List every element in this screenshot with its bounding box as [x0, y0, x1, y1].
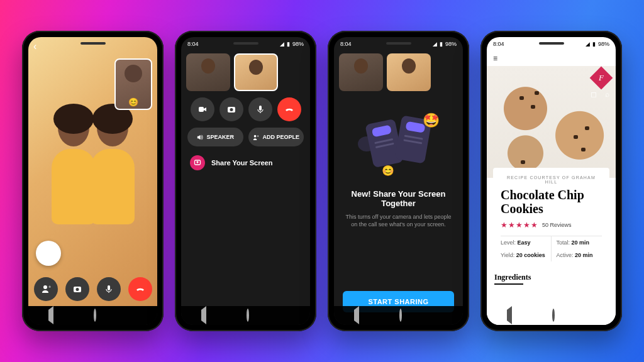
camera-icon	[226, 104, 236, 114]
promo-subtitle: This turns off your camera and lets peop…	[343, 213, 454, 228]
participant-thumbnails	[334, 51, 463, 94]
brand-badge[interactable]: F	[590, 67, 613, 90]
recipe-courtesy: RECIPE COURTESY OF GRAHAM HILL	[501, 175, 602, 184]
nav-back-icon[interactable]	[48, 310, 53, 321]
app-top-bar: ≡	[487, 51, 616, 66]
svg-rect-4	[108, 285, 110, 290]
add-person-icon: +	[41, 284, 51, 294]
share-screen-row[interactable]: Share Your Screen	[181, 149, 310, 177]
battery-label: 98%	[445, 41, 457, 47]
promo-title: New! Share Your Screen Together	[343, 189, 454, 208]
camera-icon	[72, 284, 82, 294]
bookmark-icon[interactable]: ◻	[591, 90, 597, 99]
nav-back-icon[interactable]	[507, 310, 512, 321]
video-icon	[197, 104, 208, 114]
phone-mockup-1: ‹ 😊 +	[22, 31, 164, 331]
back-chevron-icon[interactable]: ‹	[33, 41, 36, 52]
add-people-label: ADD PEOPLE	[262, 134, 299, 140]
add-people-button[interactable]: + ADD PEOPLE	[248, 128, 304, 146]
toggle-video-button[interactable]	[191, 97, 214, 121]
recipe-meta: Level: Easy Total: 20 min Yield: 20 cook…	[501, 236, 602, 261]
menu-icon[interactable]: ≡	[493, 54, 497, 63]
status-bar: 8:04 ◢ ▮ 98%	[181, 37, 310, 51]
android-nav-bar	[487, 306, 616, 325]
share-screen-badge-icon	[190, 155, 205, 170]
add-person-icon: +	[252, 134, 259, 141]
nav-back-icon[interactable]	[354, 310, 359, 321]
battery-label: 98%	[292, 41, 304, 47]
flip-camera-button[interactable]	[219, 97, 243, 121]
wifi-icon: ◢	[433, 41, 437, 47]
screen-1: ‹ 😊 +	[28, 37, 157, 325]
participant-thumb[interactable]	[186, 53, 230, 91]
search-icon[interactable]: ⌕	[605, 90, 609, 99]
star-rating-icon: ★★★★★	[501, 221, 538, 229]
nav-back-icon[interactable]	[201, 310, 206, 321]
battery-label: 98%	[598, 41, 609, 47]
svg-point-7	[230, 108, 233, 111]
status-time: 8:04	[340, 41, 352, 47]
phone-mockup-2: 8:04 ◢ ▮ 98%	[175, 31, 316, 331]
emoji-icon: 🤩	[423, 112, 440, 129]
phone-hangup-icon	[135, 283, 146, 295]
screen-2: 8:04 ◢ ▮ 98%	[181, 37, 310, 325]
nav-home-icon[interactable]	[247, 310, 249, 321]
share-screen-label: Share Your Screen	[211, 159, 272, 167]
microphone-icon	[104, 284, 114, 294]
svg-text:+: +	[48, 285, 51, 289]
speaker-label: SPEAKER	[206, 134, 234, 140]
flip-camera-button[interactable]	[65, 277, 89, 301]
android-nav-bar	[334, 306, 463, 325]
nav-home-icon[interactable]	[399, 310, 402, 321]
promo-illustration: 😊 🤩	[358, 109, 440, 178]
participant-thumb-self[interactable]	[234, 53, 278, 91]
end-call-button[interactable]	[128, 277, 152, 301]
recipe-title: Chocolate Chip Cookies	[501, 188, 602, 216]
heading-underline	[494, 283, 523, 285]
signal-icon: ▮	[287, 41, 290, 47]
mute-button[interactable]	[97, 277, 121, 301]
participant-thumbnails	[181, 51, 310, 94]
status-time: 8:04	[187, 41, 199, 47]
phone-mockup-4: 8:04 ◢ ▮ 98% ≡ F ◻ ⌕ RECIPE COURTESY OF …	[480, 31, 622, 331]
status-bar: 8:04 ◢ ▮ 98%	[334, 37, 463, 51]
signal-icon: ▮	[440, 41, 443, 47]
camera-shutter-button[interactable]	[36, 241, 61, 266]
speaker-button[interactable]: SPEAKER	[187, 128, 243, 146]
svg-rect-8	[259, 106, 262, 111]
phone-hangup-icon	[284, 104, 295, 115]
ingredients-heading: Ingredients	[494, 273, 608, 282]
share-screen-promo: 😊 🤩 New! Share Your Screen Together This…	[334, 94, 463, 325]
status-time: 8:04	[493, 41, 504, 47]
recipe-card: RECIPE COURTESY OF GRAHAM HILL Chocolate…	[493, 168, 609, 266]
android-nav-bar	[181, 306, 310, 325]
screen-3: 8:04 ◢ ▮ 98% 😊 🤩 New! Share Your Screen …	[334, 37, 463, 325]
reaction-emoji-icon: 😊	[128, 97, 138, 107]
participant-thumb[interactable]	[387, 53, 431, 91]
nav-home-icon[interactable]	[552, 310, 555, 321]
reviews-count: 50 Reviews	[542, 222, 572, 228]
mute-button[interactable]	[248, 97, 272, 121]
speaker-icon	[196, 134, 203, 141]
wifi-icon: ◢	[280, 41, 284, 47]
wifi-icon: ◢	[586, 41, 590, 47]
android-nav-bar	[28, 306, 157, 325]
signal-icon: ▮	[592, 41, 596, 47]
call-controls	[181, 94, 310, 125]
microphone-icon	[255, 104, 265, 114]
self-view-pip[interactable]: 😊	[114, 58, 152, 110]
add-person-button[interactable]: +	[34, 277, 58, 301]
svg-text:+: +	[257, 134, 259, 137]
svg-point-9	[254, 134, 257, 137]
svg-point-0	[43, 285, 47, 289]
svg-point-3	[75, 288, 79, 291]
nav-home-icon[interactable]	[94, 310, 96, 321]
end-call-button[interactable]	[277, 97, 301, 121]
recipe-hero-image: F ◻ ⌕	[487, 66, 616, 178]
participant-thumb[interactable]	[339, 53, 383, 91]
status-bar: 8:04 ◢ ▮ 98%	[487, 37, 616, 51]
phone-mockup-3: 8:04 ◢ ▮ 98% 😊 🤩 New! Share Your Screen …	[328, 31, 469, 331]
secondary-controls: SPEAKER + ADD PEOPLE	[181, 125, 310, 149]
rating-row[interactable]: ★★★★★ 50 Reviews	[501, 221, 602, 229]
svg-rect-5	[199, 107, 204, 112]
